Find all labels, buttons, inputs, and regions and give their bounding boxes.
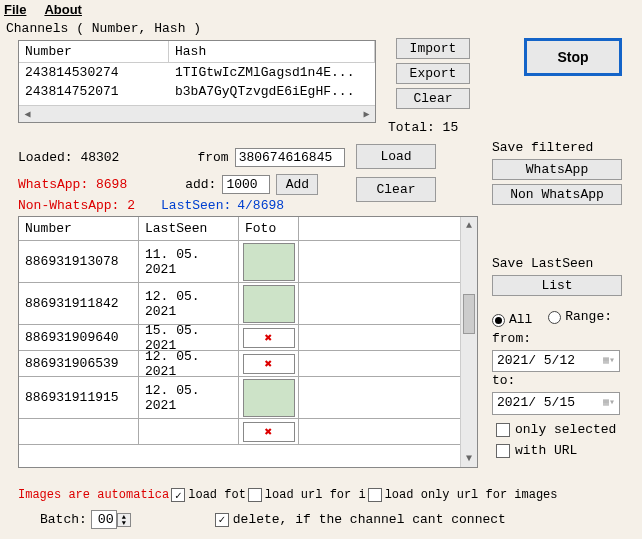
no-photo-icon: ✖ — [243, 422, 295, 442]
total-label: Total: 15 — [388, 120, 458, 135]
radio-all[interactable]: All — [492, 311, 532, 329]
scroll-up-icon[interactable]: ▲ — [461, 217, 477, 234]
radio-icon — [548, 311, 561, 324]
channels-list[interactable]: Number Hash 243814530274 1TIGtwIcZMlGags… — [18, 40, 376, 123]
from-label: from — [197, 150, 228, 165]
only-selected-checkbox[interactable]: only selected — [496, 420, 616, 441]
save-whatsapp-button[interactable]: WhatsApp — [492, 159, 622, 180]
whatsapp-count: WhatsApp: 8698 — [18, 177, 127, 192]
calendar-icon[interactable]: ▦▾ — [603, 354, 615, 368]
menu-file[interactable]: File — [4, 2, 26, 17]
photo-thumbnail — [243, 243, 295, 281]
add-label: add: — [185, 177, 216, 192]
checkbox-icon — [496, 423, 510, 437]
to-date-input[interactable]: 2021/ 5/15▦▾ — [492, 392, 620, 414]
export-button[interactable]: Export — [396, 63, 470, 84]
photo-thumbnail — [243, 285, 295, 323]
load-url-checkbox[interactable] — [248, 488, 262, 502]
calendar-icon[interactable]: ▦▾ — [603, 396, 615, 410]
spin-down-icon[interactable]: ▼ — [118, 520, 130, 526]
scroll-left-icon[interactable]: ◀ — [19, 108, 36, 120]
menu-about[interactable]: About — [44, 2, 82, 17]
no-photo-icon: ✖ — [243, 354, 295, 374]
photo-thumbnail — [243, 379, 295, 417]
nonwhatsapp-count: Non-WhatsApp: 2 — [18, 198, 135, 213]
channels-title: Channels ( Number, Hash ) — [0, 19, 642, 38]
save-nonwhatsapp-button[interactable]: Non WhatsApp — [492, 184, 622, 205]
load-foto-checkbox[interactable]: ✓ — [171, 488, 185, 502]
delete-channel-label: delete, if the channel cant connect — [233, 512, 506, 527]
channel-row[interactable]: 243814752071 b3bA7GyQTzvgdE6iEgHF... — [19, 82, 375, 101]
table-row[interactable]: ✖ — [19, 419, 477, 445]
save-lastseen-title: Save LastSeen — [492, 256, 622, 271]
save-list-button[interactable]: List — [492, 275, 622, 296]
clear-channels-button[interactable]: Clear — [396, 88, 470, 109]
table-row[interactable]: 88693190653912. 05. 2021✖ — [19, 351, 477, 377]
batch-spinner[interactable]: ▲▼ — [91, 510, 131, 529]
delete-channel-checkbox[interactable]: ✓ — [215, 513, 229, 527]
grid-col-number[interactable]: Number — [19, 217, 139, 240]
clear-button[interactable]: Clear — [356, 177, 436, 202]
grid-col-foto[interactable]: Foto — [239, 217, 299, 240]
from-date-label: from: — [492, 330, 632, 348]
checkbox-icon — [496, 444, 510, 458]
no-photo-icon: ✖ — [243, 328, 295, 348]
channels-col-number[interactable]: Number — [19, 41, 169, 62]
channels-col-hash[interactable]: Hash — [169, 41, 375, 62]
table-row[interactable]: 88693191307811. 05. 2021 — [19, 241, 477, 283]
save-filtered-title: Save filtered — [492, 140, 622, 155]
batch-label: Batch: — [40, 512, 87, 527]
add-input[interactable] — [222, 175, 270, 194]
grid-vscrollbar[interactable]: ▲ ▼ — [460, 217, 477, 467]
results-grid: Number LastSeen Foto 88693191307811. 05.… — [18, 216, 478, 468]
images-auto-label: Images are automatica — [18, 488, 169, 502]
add-button[interactable]: Add — [276, 174, 318, 195]
table-row[interactable]: 88693191191512. 05. 2021 — [19, 377, 477, 419]
table-row[interactable]: 88693190964015. 05. 2021✖ — [19, 325, 477, 351]
to-date-label: to: — [492, 372, 632, 390]
scroll-right-icon[interactable]: ▶ — [358, 108, 375, 120]
lastseen-label: LastSeen: — [161, 198, 231, 213]
loaded-label: Loaded: 48302 — [18, 150, 119, 165]
load-only-url-checkbox[interactable] — [368, 488, 382, 502]
grid-col-lastseen[interactable]: LastSeen — [139, 217, 239, 240]
radio-range[interactable]: Range: — [548, 308, 612, 326]
lastseen-value: 4/8698 — [237, 198, 284, 213]
load-button[interactable]: Load — [356, 144, 436, 169]
channel-row[interactable]: 243814530274 1TIGtwIcZMlGagsd1n4E... — [19, 63, 375, 82]
scroll-down-icon[interactable]: ▼ — [461, 450, 477, 467]
channels-hscrollbar[interactable]: ◀ ▶ — [19, 105, 375, 122]
with-url-checkbox[interactable]: with URL — [496, 441, 616, 462]
table-row[interactable]: 88693191184212. 05. 2021 — [19, 283, 477, 325]
stop-button[interactable]: Stop — [524, 38, 622, 76]
import-button[interactable]: Import — [396, 38, 470, 59]
from-date-input[interactable]: 2021/ 5/12▦▾ — [492, 350, 620, 372]
radio-icon — [492, 314, 505, 327]
from-input[interactable] — [235, 148, 345, 167]
